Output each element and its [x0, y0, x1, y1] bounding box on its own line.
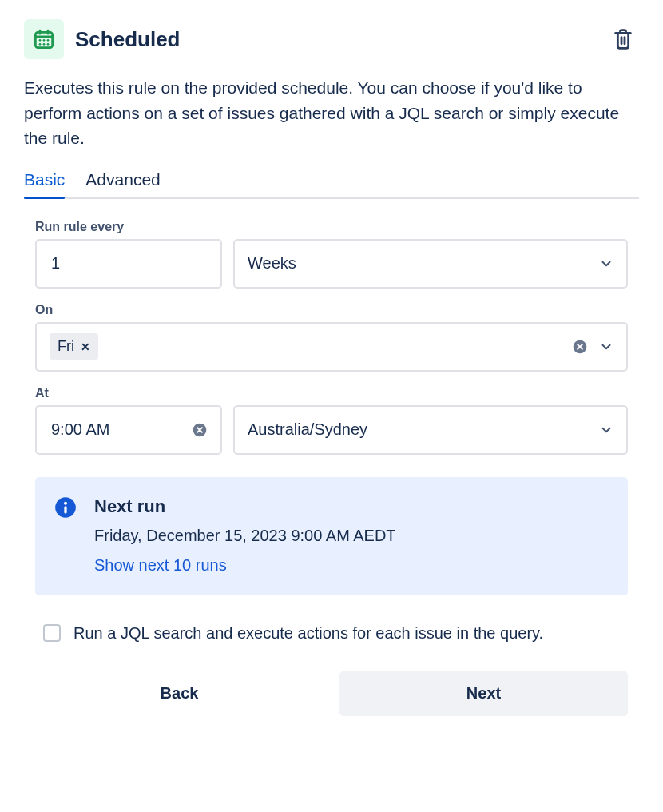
back-button[interactable]: Back: [35, 671, 324, 716]
next-button[interactable]: Next: [339, 671, 628, 716]
clear-circle-icon: [572, 339, 588, 355]
form: Run rule every Weeks On Fri✕ At: [24, 220, 639, 643]
next-run-panel: Next run Friday, December 15, 2023 9:00 …: [35, 477, 628, 595]
timezone-select[interactable]: Australia/Sydney: [233, 405, 628, 455]
days-multiselect[interactable]: Fri✕: [35, 322, 628, 372]
jql-checkbox[interactable]: [43, 624, 61, 642]
calendar-icon: [32, 27, 56, 51]
svg-point-5: [43, 43, 46, 46]
svg-point-1: [39, 39, 42, 42]
jql-checkbox-row: Run a JQL search and execute actions for…: [35, 624, 628, 643]
svg-point-4: [39, 43, 42, 46]
clear-circle-icon: [192, 422, 208, 438]
next-run-title: Next run: [94, 496, 396, 517]
day-chip[interactable]: Fri✕: [50, 333, 98, 360]
tab-basic[interactable]: Basic: [24, 170, 65, 197]
next-run-body: Next run Friday, December 15, 2023 9:00 …: [94, 496, 396, 575]
day-chip-label: Fri: [58, 338, 74, 355]
page-title: Scheduled: [75, 27, 596, 52]
calendar-tile: [24, 19, 64, 59]
show-next-runs-link[interactable]: Show next 10 runs: [94, 556, 396, 575]
svg-point-10: [64, 501, 67, 504]
delete-button[interactable]: [607, 23, 639, 55]
chevron-down-icon: [599, 257, 613, 271]
interval-number-input[interactable]: [50, 253, 208, 273]
remove-chip-icon[interactable]: ✕: [81, 340, 90, 353]
chevron-down-icon: [599, 340, 613, 354]
footer: Back Next: [24, 671, 639, 716]
run-every-label: Run rule every: [35, 220, 628, 234]
info-icon: [54, 496, 77, 519]
header: Scheduled: [24, 19, 639, 59]
time-field[interactable]: [35, 405, 222, 455]
svg-point-2: [43, 39, 46, 42]
svg-point-6: [47, 43, 50, 46]
jql-checkbox-label: Run a JQL search and execute actions for…: [73, 624, 543, 643]
svg-point-3: [47, 39, 50, 42]
interval-number-field[interactable]: [35, 239, 222, 289]
on-label: On: [35, 303, 628, 317]
description-text: Executes this rule on the provided sched…: [24, 75, 639, 151]
tab-advanced[interactable]: Advanced: [85, 170, 160, 197]
trash-icon: [612, 26, 634, 53]
clear-time-button[interactable]: [192, 422, 208, 438]
interval-unit-select[interactable]: Weeks: [233, 239, 628, 289]
days-chip-container: Fri✕: [50, 333, 98, 360]
tabs: Basic Advanced: [24, 170, 639, 199]
svg-rect-11: [64, 506, 66, 513]
time-input[interactable]: [50, 420, 192, 440]
timezone-value: Australia/Sydney: [248, 420, 599, 439]
next-run-datetime: Friday, December 15, 2023 9:00 AM AEDT: [94, 527, 396, 545]
at-label: At: [35, 386, 628, 400]
interval-unit-value: Weeks: [248, 254, 599, 273]
clear-days-button[interactable]: [572, 339, 588, 355]
chevron-down-icon: [599, 423, 613, 437]
